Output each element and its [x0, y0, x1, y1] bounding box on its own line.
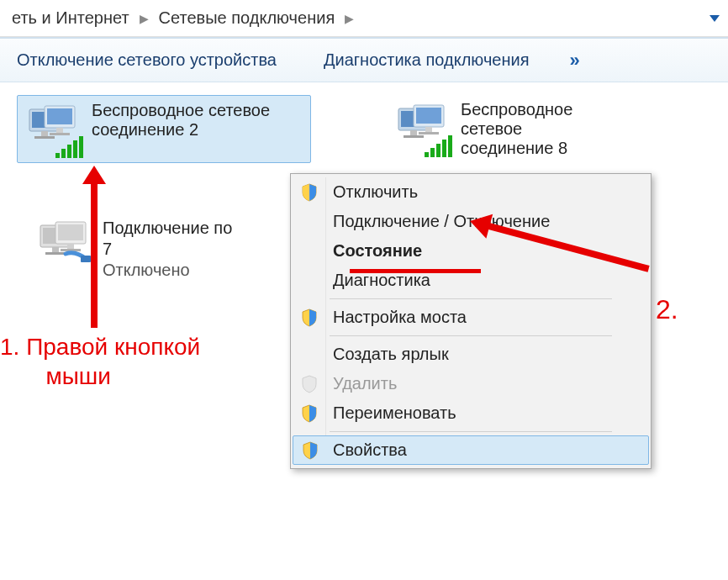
annotation-step-1: 1. Правой кнопкой мыши	[0, 332, 200, 391]
network-adapter-icon	[23, 101, 82, 151]
svg-rect-10	[410, 130, 417, 135]
toolbar-overflow-icon[interactable]: »	[569, 50, 577, 71]
adapter-label: Подключение по 7 Отключено	[103, 219, 232, 280]
breadcrumb-sep-icon: ▶	[345, 12, 354, 25]
annotation-step-2: 2.	[656, 294, 678, 325]
svg-rect-18	[52, 247, 59, 252]
adapter-local-7[interactable]: Подключение по 7 Отключено	[34, 219, 328, 280]
shield-icon	[301, 308, 318, 327]
menu-separator	[330, 335, 612, 336]
svg-rect-6	[56, 128, 63, 133]
svg-rect-19	[45, 252, 66, 255]
svg-rect-24	[81, 256, 91, 262]
toolbar-diagnose[interactable]: Диагностика подключения	[317, 47, 535, 73]
menu-separator	[330, 298, 612, 299]
signal-strength-icon	[55, 136, 83, 158]
menu-rename[interactable]: Переименовать	[293, 398, 649, 428]
breadcrumb: еть и Интернет ▶ Сетевые подключения ▶	[0, 0, 728, 37]
breadcrumb-sep-icon: ▶	[140, 12, 149, 25]
svg-rect-13	[416, 108, 441, 124]
shield-icon	[301, 404, 318, 423]
svg-rect-22	[67, 244, 74, 249]
network-adapter-disabled-icon	[34, 219, 92, 269]
svg-rect-3	[34, 136, 55, 139]
svg-rect-2	[41, 131, 48, 136]
breadcrumb-internet[interactable]: еть и Интернет	[8, 7, 133, 29]
shield-icon	[302, 441, 319, 460]
adapter-label: Беспроводное сетевое соединение 8	[461, 100, 617, 158]
adapter-status: Отключено	[103, 261, 232, 280]
svg-rect-7	[50, 133, 70, 135]
adapter-wifi-2[interactable]: Беспроводное сетевое соединение 2	[17, 95, 311, 163]
annotation-arrow-1	[91, 181, 98, 328]
menu-create-shortcut[interactable]: Создать ярлык	[293, 340, 649, 369]
network-adapter-icon	[392, 100, 451, 150]
menu-separator	[330, 431, 612, 432]
svg-rect-14	[425, 127, 432, 132]
menu-bridge[interactable]: Настройка моста	[293, 303, 649, 332]
svg-rect-15	[419, 132, 439, 134]
breadcrumb-network-connections[interactable]: Сетевые подключения	[156, 7, 339, 29]
dropdown-arrow-icon[interactable]	[710, 15, 720, 22]
toolbar: Отключение сетевого устройства Диагности…	[0, 39, 728, 82]
toolbar-disable-device[interactable]: Отключение сетевого устройства	[10, 47, 283, 73]
adapter-label: Беспроводное сетевое соединение 2	[92, 101, 305, 157]
adapter-wifi-8[interactable]: Беспроводное сетевое соединение 8	[387, 95, 622, 163]
svg-rect-5	[47, 108, 72, 124]
svg-rect-11	[404, 135, 424, 138]
shield-icon	[301, 183, 318, 202]
shield-disabled-icon	[301, 375, 318, 393]
menu-disable[interactable]: Отключить	[293, 177, 649, 207]
annotation-underline	[350, 269, 481, 273]
signal-strength-icon	[425, 135, 452, 157]
svg-rect-21	[58, 224, 83, 240]
menu-properties[interactable]: Свойства	[293, 435, 649, 465]
adapter-list: Беспроводное сетевое соединение 2	[0, 82, 728, 176]
menu-delete: Удалить	[293, 369, 649, 398]
